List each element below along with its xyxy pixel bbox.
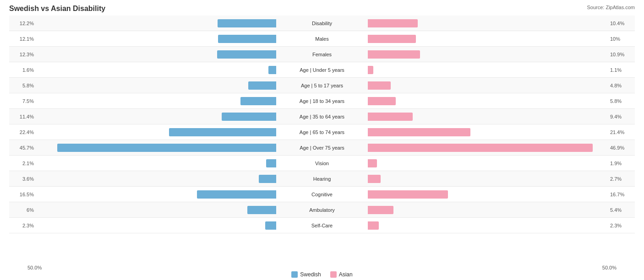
chart-row: 11.4% Age | 35 to 64 years 9.4% (9, 109, 635, 124)
bar-blue-12 (247, 206, 276, 214)
right-bar-container-4 (368, 81, 607, 91)
right-bar-container-13 (368, 221, 607, 231)
left-bar-container-5 (37, 96, 276, 106)
bar-pink-10 (368, 175, 381, 183)
right-value-13: 2.3% (607, 223, 635, 228)
bar-blue-9 (266, 159, 276, 167)
bottom-section: 50.0% 50.0% Swedish Asian (0, 263, 644, 278)
bar-pink-6 (368, 113, 413, 121)
source-label: Source: ZipAtlas.com (587, 5, 635, 10)
chart-row: 2.3% Self-Care 2.3% (9, 218, 635, 233)
bar-pink-7 (368, 128, 470, 136)
bars-wrapper-11: Cognitive (37, 187, 607, 202)
right-bar-container-3 (368, 65, 607, 75)
bar-blue-13 (265, 221, 276, 230)
left-value-7: 22.4% (9, 129, 37, 135)
chart-title: Swedish vs Asian Disability (9, 5, 635, 13)
legend-pink-box (330, 271, 337, 278)
chart-row: 16.5% Cognitive 16.7% (9, 187, 635, 202)
left-value-12: 6% (9, 207, 37, 213)
bar-blue-4 (248, 81, 276, 90)
left-value-8: 45.7% (9, 145, 37, 151)
left-bar-container-0 (37, 18, 276, 28)
right-bar-container-9 (368, 158, 607, 168)
left-bar-container-10 (37, 174, 276, 184)
right-bar-container-10 (368, 174, 607, 184)
bar-label-8: Age | Over 75 years (276, 145, 368, 151)
bars-wrapper-2: Females (37, 47, 607, 62)
right-value-3: 1.1% (607, 67, 635, 73)
left-bar-container-7 (37, 127, 276, 137)
bar-label-0: Disability (276, 21, 368, 26)
bar-blue-11 (197, 190, 276, 199)
bar-blue-6 (222, 113, 276, 121)
chart-row: 2.1% Vision 1.9% (9, 156, 635, 171)
bar-pink-2 (368, 50, 420, 59)
axis-bottom: 50.0% 50.0% (0, 265, 644, 270)
chart-row: 12.1% Males 10% (9, 31, 635, 47)
chart-row: 1.6% Age | Under 5 years 1.1% (9, 62, 635, 78)
right-value-7: 21.4% (607, 129, 635, 135)
bars-wrapper-1: Males (37, 31, 607, 46)
bar-label-12: Ambulatory (276, 207, 368, 213)
left-bar-container-1 (37, 34, 276, 44)
bars-wrapper-10: Hearing (37, 171, 607, 186)
legend-swedish: Swedish (291, 271, 321, 278)
bar-pink-1 (368, 35, 416, 43)
chart-row: 5.8% Age | 5 to 17 years 4.8% (9, 78, 635, 93)
bars-wrapper-8: Age | Over 75 years (37, 140, 607, 155)
bar-blue-7 (169, 128, 276, 136)
left-bar-container-6 (37, 112, 276, 122)
right-value-0: 10.4% (607, 21, 635, 26)
bar-blue-1 (218, 35, 276, 43)
bar-label-11: Cognitive (276, 192, 368, 197)
right-value-8: 46.9% (607, 145, 635, 151)
right-bar-container-1 (368, 34, 607, 44)
left-value-4: 5.8% (9, 83, 37, 88)
chart-row: 22.4% Age | 65 to 74 years 21.4% (9, 124, 635, 140)
bars-wrapper-0: Disability (37, 16, 607, 31)
right-bar-container-0 (368, 18, 607, 28)
bar-label-10: Hearing (276, 176, 368, 182)
bars-wrapper-5: Age | 18 to 34 years (37, 93, 607, 108)
right-value-5: 5.8% (607, 98, 635, 104)
bar-label-6: Age | 35 to 64 years (276, 114, 368, 119)
bar-pink-9 (368, 159, 377, 167)
right-value-1: 10% (607, 36, 635, 42)
legend-blue-box (291, 271, 298, 278)
bar-label-4: Age | 5 to 17 years (276, 83, 368, 88)
left-value-9: 2.1% (9, 161, 37, 166)
right-value-10: 2.7% (607, 176, 635, 182)
bar-pink-11 (368, 190, 448, 199)
right-bar-container-2 (368, 49, 607, 59)
left-value-5: 7.5% (9, 98, 37, 104)
chart-area: 12.2% Disability 10.4% 12.1% Males 10% 1… (9, 16, 635, 248)
chart-row: 3.6% Hearing 2.7% (9, 171, 635, 187)
bar-blue-2 (217, 50, 276, 59)
bar-label-1: Males (276, 36, 368, 42)
left-value-3: 1.6% (9, 67, 37, 73)
chart-row: 45.7% Age | Over 75 years 46.9% (9, 140, 635, 156)
bar-blue-0 (218, 19, 276, 27)
bar-pink-12 (368, 206, 393, 214)
bar-blue-8 (57, 144, 276, 152)
left-value-0: 12.2% (9, 21, 37, 26)
bar-blue-3 (268, 66, 276, 74)
bar-label-13: Self-Care (276, 223, 368, 228)
bar-pink-0 (368, 19, 418, 27)
left-value-13: 2.3% (9, 223, 37, 228)
bar-pink-3 (368, 66, 373, 74)
left-bar-container-2 (37, 49, 276, 59)
bar-blue-10 (259, 175, 276, 183)
bar-label-9: Vision (276, 161, 368, 166)
right-bar-container-12 (368, 205, 607, 215)
left-value-6: 11.4% (9, 114, 37, 119)
left-bar-container-3 (37, 65, 276, 75)
bar-pink-5 (368, 97, 396, 105)
bar-pink-4 (368, 81, 391, 90)
bar-label-7: Age | 65 to 74 years (276, 129, 368, 135)
right-bar-container-8 (368, 143, 607, 153)
chart-row: 7.5% Age | 18 to 34 years 5.8% (9, 93, 635, 109)
bar-blue-5 (240, 97, 276, 105)
right-value-4: 4.8% (607, 83, 635, 88)
